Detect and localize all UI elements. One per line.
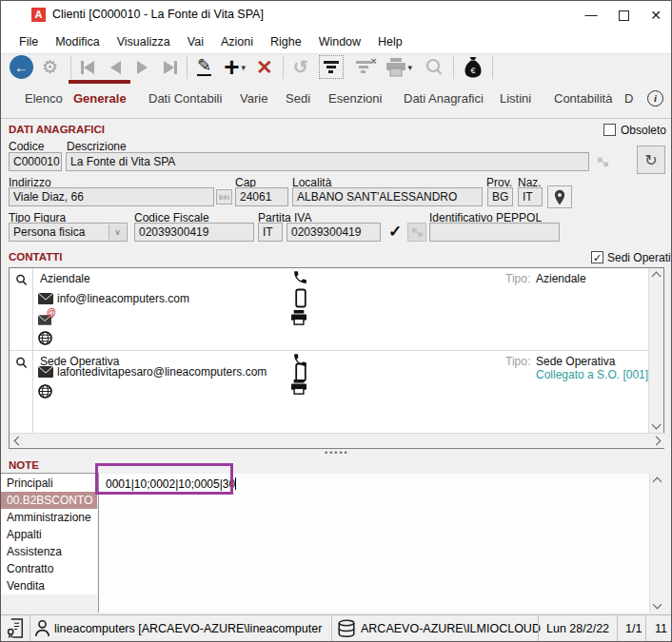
- close-button[interactable]: ✕: [641, 5, 671, 26]
- sedi-operative-checkbox[interactable]: ✓: [591, 251, 603, 263]
- tab-dati-anagrafici[interactable]: Dati Anagrafici: [404, 91, 484, 106]
- address-lookup-icon: [219, 193, 229, 202]
- menu-azioni[interactable]: Azioni: [212, 32, 262, 51]
- descrizione-lookup-button[interactable]: [594, 153, 611, 170]
- scroll-up-icon[interactable]: [652, 272, 662, 282]
- settings-button[interactable]: ⚙: [42, 57, 58, 78]
- note-tab-contratto[interactable]: Contratto: [1, 560, 97, 577]
- tab-varie[interactable]: Varie: [240, 91, 267, 106]
- divider: [617, 615, 618, 641]
- menu-vai[interactable]: Vai: [179, 32, 212, 51]
- note-tab-amministrazione[interactable]: Amministrazione: [1, 509, 97, 526]
- obsoleto-checkbox[interactable]: [603, 124, 616, 136]
- tab-listini[interactable]: Listini: [500, 91, 531, 106]
- scroll-down-icon[interactable]: [653, 600, 662, 610]
- undo-button[interactable]: ↺: [293, 57, 308, 78]
- scroll-up-icon[interactable]: [653, 477, 662, 487]
- localita-field[interactable]: ALBANO SANT'ALESSANDRO: [292, 187, 483, 206]
- minimize-button[interactable]: —: [576, 5, 606, 26]
- scroll-right-icon[interactable]: [652, 437, 662, 446]
- divider: [645, 615, 646, 641]
- next-record-button[interactable]: [137, 61, 148, 74]
- scroll-down-icon[interactable]: [652, 420, 662, 430]
- menu-help[interactable]: Help: [369, 32, 411, 51]
- toolbar-separator: [187, 56, 188, 79]
- preview-button[interactable]: [425, 58, 444, 77]
- maximize-button[interactable]: [608, 5, 639, 26]
- add-button[interactable]: +▾: [224, 57, 246, 78]
- descrizione-field[interactable]: La Fonte di Vita SPA: [66, 152, 589, 171]
- contacts-vertical-scrollbar[interactable]: [648, 268, 663, 433]
- tab-sedi[interactable]: Sedi: [286, 91, 310, 106]
- money-button[interactable]: €: [464, 56, 483, 79]
- divider: [10, 350, 648, 351]
- note-tab-appalti[interactable]: Appalti: [1, 526, 97, 543]
- splitter-handle[interactable]: •••••: [325, 448, 349, 457]
- delete-button[interactable]: ✕: [256, 57, 273, 78]
- tab-dati-contabili[interactable]: Dati Contabili: [148, 91, 222, 106]
- prov-field[interactable]: BG: [487, 187, 513, 206]
- codice-field[interactable]: C000010: [9, 152, 62, 171]
- peppol-field[interactable]: [429, 223, 560, 242]
- tab-truncated[interactable]: D: [624, 91, 633, 106]
- menu-file[interactable]: File: [10, 32, 47, 51]
- menu-righe[interactable]: Righe: [262, 32, 310, 51]
- chevron-down-icon: ▾: [408, 63, 413, 72]
- tab-generale[interactable]: Generale: [73, 91, 127, 106]
- clear-filter-icon: [356, 59, 371, 75]
- partita-iva-field[interactable]: 02039300419: [287, 223, 381, 242]
- menu-visualizza[interactable]: Visualizza: [109, 32, 179, 51]
- menu-window[interactable]: Window: [310, 32, 369, 51]
- menu-modifica[interactable]: Modifica: [47, 32, 109, 51]
- last-record-button[interactable]: [164, 61, 177, 74]
- back-button[interactable]: ←: [10, 55, 33, 79]
- edit-button[interactable]: ✎: [197, 58, 211, 76]
- partita-iva-prefix-field[interactable]: IT: [258, 223, 283, 242]
- scroll-left-icon[interactable]: [14, 437, 24, 446]
- obsoleto-label: Obsoleto: [621, 124, 666, 137]
- chevron-down-icon: ▾: [242, 63, 247, 72]
- print-button[interactable]: ▾: [385, 58, 413, 77]
- cap-field[interactable]: 24061: [235, 187, 288, 206]
- contact-email[interactable]: info@lineacomputers.com: [57, 292, 189, 305]
- contact-search-button[interactable]: [14, 273, 28, 286]
- indirizzo-field[interactable]: Viale Diaz, 66: [9, 187, 214, 206]
- note-vertical-scrollbar[interactable]: [649, 474, 664, 613]
- collegato-link[interactable]: Collegato a S.O. [001] La: [536, 368, 664, 381]
- filter-button[interactable]: [319, 55, 344, 79]
- undo-icon: ↺: [293, 57, 308, 78]
- contacts-horizontal-scrollbar[interactable]: [10, 433, 665, 448]
- address-lookup-button[interactable]: [216, 189, 232, 204]
- map-button[interactable]: [547, 185, 572, 208]
- toolbar-separator: [492, 56, 493, 79]
- note-tab-assistenza[interactable]: Assistenza: [1, 543, 97, 560]
- database-icon: [337, 619, 356, 638]
- tab-bar: Elenco Generale Dati Contabili Varie Sed…: [1, 80, 671, 119]
- codice-fiscale-field[interactable]: 02039300419: [134, 223, 254, 242]
- contact-email[interactable]: lafontedivitapesaro@lineacomputers.com: [57, 365, 267, 379]
- tab-esenzioni[interactable]: Esenzioni: [328, 91, 382, 106]
- tipo-label: Tipo:: [505, 355, 530, 368]
- note-tab-principali[interactable]: Principali: [1, 475, 97, 492]
- note-tab-vendita[interactable]: Vendita: [1, 577, 97, 594]
- toolbar-separator: [283, 56, 284, 79]
- note-tab-b2bsconto[interactable]: 00.B2BSCONTO: [1, 492, 97, 509]
- email-icon: [38, 293, 53, 304]
- clear-filter-button[interactable]: ×: [356, 59, 371, 75]
- section-title-dati-anagrafici: DATI ANAGRAFICI: [9, 124, 105, 135]
- check-icon: ✓: [388, 222, 402, 242]
- verify-vat-button[interactable]: ✓: [385, 221, 405, 242]
- license-icon: [6, 618, 27, 638]
- refresh-button[interactable]: ↻: [637, 146, 665, 174]
- contact-search-button[interactable]: [14, 356, 28, 369]
- pencil-icon: ✎: [197, 58, 211, 74]
- vat-lookup-button[interactable]: [407, 223, 426, 242]
- naz-field[interactable]: IT: [518, 187, 543, 206]
- info-button[interactable]: i: [647, 90, 663, 107]
- tipo-figura-select[interactable]: Persona fisica ∨: [9, 223, 128, 242]
- contact-name[interactable]: Aziendale: [40, 272, 90, 285]
- first-record-button[interactable]: [81, 61, 94, 74]
- tab-elenco[interactable]: Elenco: [25, 91, 63, 106]
- tab-contabilita[interactable]: Contabilità: [554, 91, 612, 106]
- previous-record-button[interactable]: [110, 61, 121, 74]
